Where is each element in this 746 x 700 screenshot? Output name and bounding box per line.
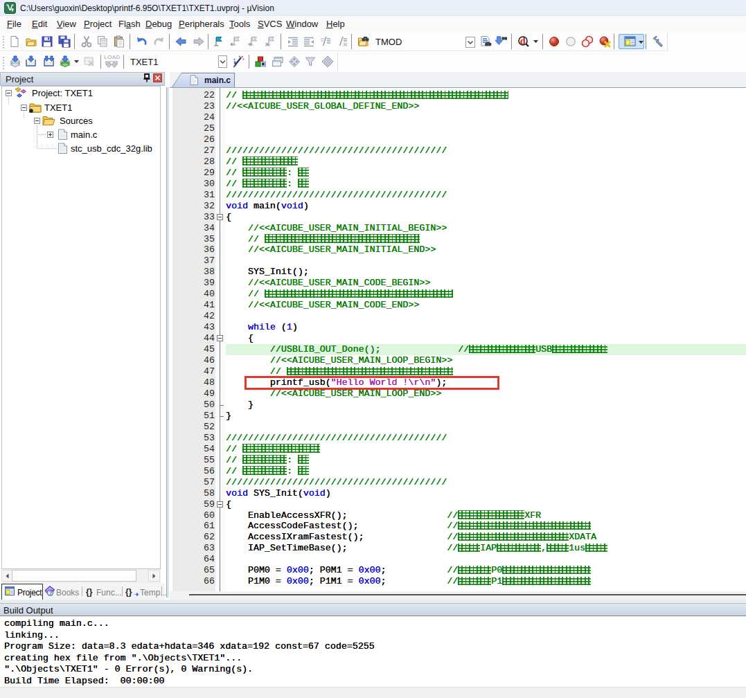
svg-text:?: ?: [48, 589, 53, 596]
svg-text:d: d: [520, 36, 526, 46]
